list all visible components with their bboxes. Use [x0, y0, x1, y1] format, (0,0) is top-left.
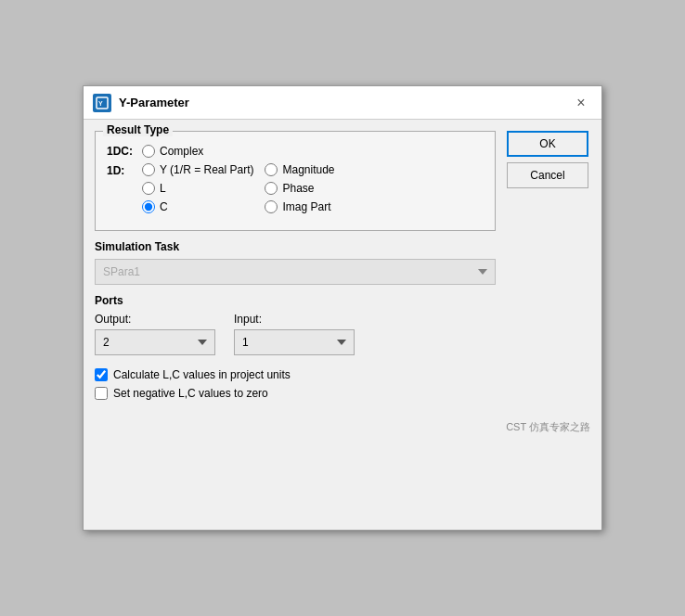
simulation-task-dropdown[interactable]: SPara1 [95, 259, 496, 285]
radio-l: L [142, 182, 253, 195]
watermark: CST 仿真专家之路 [84, 417, 601, 442]
result-type-label: Result Type [103, 123, 173, 136]
left-panel: Result Type 1DC: Complex 1D: [95, 131, 496, 405]
title-bar-left: Y Y-Parameter [93, 94, 189, 112]
y-real-radio[interactable] [142, 163, 155, 176]
phase-radio[interactable] [265, 182, 278, 195]
imag-part-label: Imag Part [282, 200, 330, 213]
radio-y-real: Y (1/R = Real Part) [142, 163, 253, 176]
y-real-label: Y (1/R = Real Part) [160, 163, 253, 176]
phase-label: Phase [282, 182, 314, 195]
output-port-group: Output: 1 2 3 4 [95, 313, 215, 355]
imag-part-radio[interactable] [265, 200, 278, 213]
calc-lc-row: Calculate L,C values in project units [95, 368, 496, 381]
cancel-button[interactable]: Cancel [507, 162, 588, 188]
radio-magnitude: Magnitude [265, 163, 334, 176]
radio-phase: Phase [265, 182, 334, 195]
dialog-body: Result Type 1DC: Complex 1D: [84, 120, 601, 417]
right-panel: OK Cancel [507, 131, 590, 405]
dialog-title: Y-Parameter [119, 96, 189, 109]
dialog-icon: Y [93, 94, 111, 112]
1d-col2: Magnitude Phase Imag Part [265, 163, 334, 213]
output-dropdown[interactable]: 1 2 3 4 [95, 329, 215, 355]
output-label: Output: [95, 313, 215, 326]
close-button[interactable]: × [570, 92, 592, 114]
magnitude-radio[interactable] [265, 163, 278, 176]
y-parameter-dialog: Y Y-Parameter × Result Type 1DC: Complex [83, 85, 602, 531]
complex-label: Complex [160, 145, 203, 158]
radio-imag-part: Imag Part [265, 200, 334, 213]
l-label: L [160, 182, 166, 195]
input-label: Input: [234, 313, 355, 326]
input-port-group: Input: 1 2 3 4 [234, 313, 355, 355]
complex-radio[interactable] [142, 145, 155, 158]
1d-options: Y (1/R = Real Part) L C [142, 163, 335, 213]
neg-lc-row: Set negative L,C values to zero [95, 387, 496, 400]
c-radio[interactable] [142, 200, 155, 213]
ports-row: Output: 1 2 3 4 Input: 1 2 3 [95, 313, 496, 355]
title-bar: Y Y-Parameter × [84, 86, 601, 120]
l-radio[interactable] [142, 182, 155, 195]
1d-col1: Y (1/R = Real Part) L C [142, 163, 253, 213]
radio-complex: Complex [142, 145, 203, 158]
c-label: C [160, 200, 168, 213]
neg-lc-checkbox[interactable] [95, 387, 108, 400]
y-param-icon: Y [96, 96, 109, 109]
1dc-row: 1DC: Complex [107, 145, 484, 158]
1d-row: 1D: Y (1/R = Real Part) L [107, 163, 484, 213]
result-type-group: Result Type 1DC: Complex 1D: [95, 131, 496, 231]
simulation-task-section: Simulation Task SPara1 [95, 240, 496, 285]
checkboxes-section: Calculate L,C values in project units Se… [95, 368, 496, 400]
ports-section: Ports Output: 1 2 3 4 Input: [95, 294, 496, 355]
neg-lc-label: Set negative L,C values to zero [113, 387, 268, 400]
input-dropdown[interactable]: 1 2 3 4 [234, 329, 355, 355]
magnitude-label: Magnitude [282, 163, 334, 176]
ports-label: Ports [95, 294, 496, 307]
calc-lc-label: Calculate L,C values in project units [113, 368, 291, 381]
simulation-task-label: Simulation Task [95, 240, 496, 253]
radio-c: C [142, 200, 253, 213]
svg-text:Y: Y [98, 100, 103, 107]
1dc-label: 1DC: [107, 145, 136, 158]
1d-label: 1D: [107, 164, 136, 177]
calc-lc-checkbox[interactable] [95, 368, 108, 381]
ok-button[interactable]: OK [507, 131, 588, 157]
